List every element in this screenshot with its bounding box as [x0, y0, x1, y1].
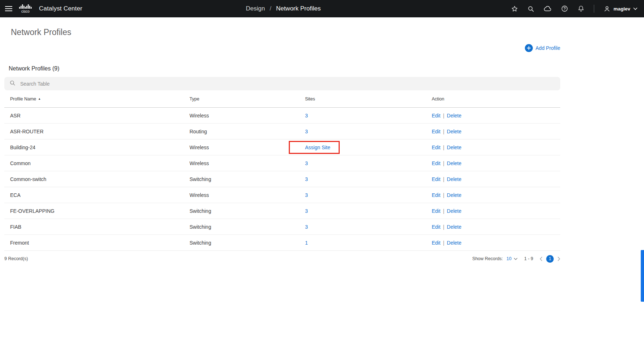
sites-link[interactable]: 3 [305, 113, 308, 119]
cisco-logo-icon: cisco [18, 4, 34, 14]
sites-cell: 3 [305, 224, 432, 230]
type-cell: Switching [190, 176, 305, 182]
profile-name-cell: Common [10, 160, 190, 166]
sites-link[interactable]: 3 [305, 176, 308, 182]
delete-link[interactable]: Delete [447, 129, 461, 134]
action-cell: Edit | Delete [432, 192, 560, 198]
main-content: Network Profiles Add Profile Network Pro… [4, 27, 560, 267]
next-page-icon[interactable] [557, 257, 560, 261]
add-profile-button[interactable]: Add Profile [525, 44, 560, 52]
sites-cell: 3 [305, 129, 432, 134]
delete-link[interactable]: Delete [447, 192, 461, 198]
profile-name-cell: Fremont [10, 240, 190, 246]
breadcrumb-separator: / [270, 5, 271, 12]
delete-link[interactable]: Delete [447, 224, 461, 230]
sites-highlight-box: 3 [305, 208, 308, 214]
delete-link[interactable]: Delete [447, 208, 461, 214]
edit-link[interactable]: Edit [432, 160, 440, 166]
sites-cell: 3 [305, 160, 432, 166]
action-cell: Edit | Delete [432, 145, 560, 150]
type-cell: Switching [190, 240, 305, 246]
edit-link[interactable]: Edit [432, 113, 440, 119]
column-header-type[interactable]: Type [190, 96, 305, 102]
sites-highlight-box: 3 [305, 224, 308, 230]
sites-cell: 3 [305, 176, 432, 182]
action-separator: | [443, 208, 444, 214]
delete-link[interactable]: Delete [447, 160, 461, 166]
current-page-button[interactable]: 1 [546, 255, 554, 263]
search-icon [9, 80, 16, 87]
action-cell: Edit | Delete [432, 240, 560, 246]
column-header-sites[interactable]: Sites [305, 96, 432, 102]
app-title: Catalyst Center [39, 5, 82, 12]
sites-highlight-box: 3 [305, 176, 308, 182]
action-separator: | [443, 224, 444, 230]
previous-page-icon[interactable] [540, 257, 543, 261]
show-records-label: Show Records: [472, 256, 503, 261]
show-records-chevron-icon[interactable] [514, 258, 518, 260]
table-row: Building-24 Wireless Assign Site Edit | … [4, 139, 560, 155]
action-cell: Edit | Delete [432, 224, 560, 230]
show-records-value[interactable]: 10 [506, 256, 512, 261]
delete-link[interactable]: Delete [447, 113, 461, 119]
action-separator: | [443, 145, 444, 150]
profile-name-cell: FE-OVERLAPPING [10, 208, 190, 214]
table-row: ASR Wireless 3 Edit | Delete [4, 108, 560, 124]
type-cell: Switching [190, 208, 305, 214]
table-header: Profile Name ▲ Type Sites Action [4, 90, 560, 108]
sites-link[interactable]: 3 [305, 192, 308, 198]
edit-link[interactable]: Edit [432, 208, 440, 214]
table-body: ASR Wireless 3 Edit | Delete ASR-ROUTER … [4, 108, 560, 251]
sites-highlight-box: 3 [305, 129, 308, 134]
table-row: Fremont Switching 1 Edit | Delete [4, 235, 560, 251]
records-range: 1 - 9 [524, 256, 533, 261]
sites-link[interactable]: 3 [305, 208, 308, 214]
edit-link[interactable]: Edit [432, 129, 440, 134]
action-separator: | [443, 240, 444, 246]
column-header-profile-name[interactable]: Profile Name ▲ [10, 96, 190, 102]
star-icon[interactable] [511, 5, 518, 12]
search-icon[interactable] [527, 5, 534, 12]
table-footer: 9 Record(s) Show Records: 10 1 - 9 1 [4, 251, 560, 267]
breadcrumb-design[interactable]: Design [246, 5, 265, 12]
edit-link[interactable]: Edit [432, 176, 440, 182]
delete-link[interactable]: Delete [447, 145, 461, 150]
breadcrumb-network-profiles: Network Profiles [276, 5, 321, 12]
record-count: 9 Record(s) [4, 256, 28, 261]
action-cell: Edit | Delete [432, 160, 560, 166]
add-profile-label: Add Profile [536, 45, 560, 51]
type-cell: Switching [190, 224, 305, 230]
scrollbar-thumb[interactable] [641, 250, 644, 302]
page-title: Network Profiles [11, 27, 560, 37]
edit-link[interactable]: Edit [432, 240, 440, 246]
delete-link[interactable]: Delete [447, 176, 461, 182]
sites-link[interactable]: 3 [305, 129, 308, 134]
chevron-down-icon [633, 7, 638, 10]
user-name: maglev [613, 6, 630, 12]
sites-cell: 3 [305, 113, 432, 119]
bell-icon[interactable] [578, 5, 584, 12]
table-row: ECA Wireless 3 Edit | Delete [4, 187, 560, 203]
sites-link[interactable]: Assign Site [305, 145, 330, 150]
breadcrumb: Design / Network Profiles [246, 0, 321, 17]
profile-name-cell: ECA [10, 192, 190, 198]
sort-ascending-icon[interactable]: ▲ [38, 98, 41, 100]
sites-link[interactable]: 1 [305, 240, 308, 246]
help-icon[interactable] [561, 5, 568, 12]
user-menu[interactable]: maglev [604, 5, 638, 12]
sites-cell: Assign Site [305, 141, 432, 154]
sites-link[interactable]: 3 [305, 160, 308, 166]
edit-link[interactable]: Edit [432, 224, 440, 230]
action-cell: Edit | Delete [432, 129, 560, 134]
sites-link[interactable]: 3 [305, 224, 308, 230]
menu-icon[interactable] [5, 6, 12, 12]
action-cell: Edit | Delete [432, 176, 560, 182]
edit-link[interactable]: Edit [432, 145, 440, 150]
action-separator: | [443, 176, 444, 182]
search-input[interactable] [19, 81, 555, 87]
delete-link[interactable]: Delete [447, 240, 461, 246]
profile-name-cell: ASR [10, 113, 190, 119]
table-row: FE-OVERLAPPING Switching 3 Edit | Delete [4, 203, 560, 219]
cloud-icon[interactable] [544, 5, 552, 12]
edit-link[interactable]: Edit [432, 192, 440, 198]
